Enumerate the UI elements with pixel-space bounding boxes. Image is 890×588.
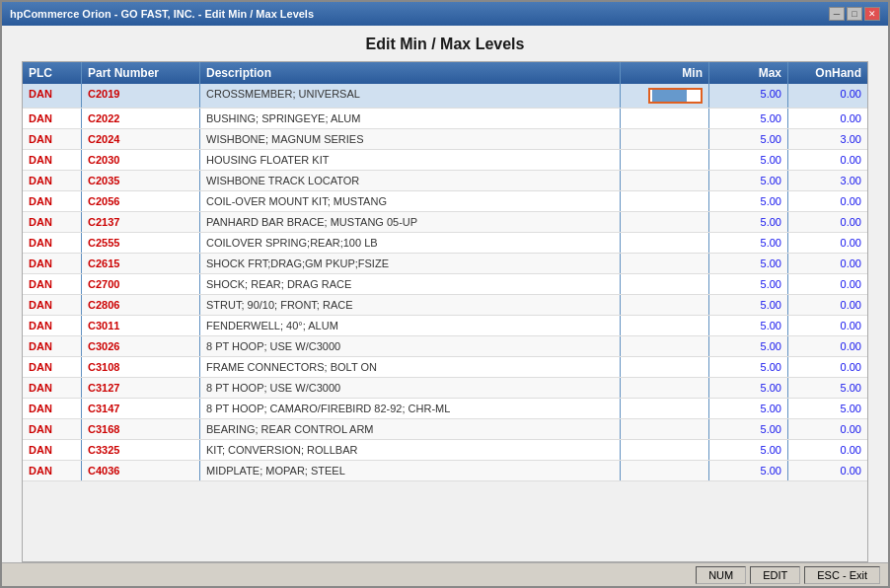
cell-desc: FENDERWELL; 40°; ALUM	[200, 316, 621, 335]
cell-partnum: C3026	[82, 336, 200, 356]
cell-min[interactable]	[621, 84, 709, 108]
table-row[interactable]: DANC2035WISHBONE TRACK LOCATOR5.003.00	[23, 171, 867, 191]
col-header-min: Min	[621, 62, 709, 84]
cell-max: 5.00	[709, 419, 788, 439]
status-num: NUM	[696, 566, 746, 584]
cell-min	[621, 440, 709, 460]
table-row[interactable]: DANC3011FENDERWELL; 40°; ALUM5.000.00	[23, 316, 867, 336]
close-button[interactable]: ✕	[864, 7, 880, 21]
cell-min	[621, 357, 709, 377]
table-row[interactable]: DANC3325KIT; CONVERSION; ROLLBAR5.000.00	[23, 440, 867, 461]
cell-max: 5.00	[709, 316, 788, 335]
cell-partnum: C2137	[82, 212, 200, 232]
cell-plc: DAN	[23, 274, 82, 294]
status-esc[interactable]: ESC - Exit	[804, 566, 880, 584]
main-window: hpCommerce Orion - GO FAST, INC. - Edit …	[0, 0, 890, 588]
cell-onhand: 0.00	[788, 274, 867, 294]
table-row[interactable]: DANC31478 PT HOOP; CAMARO/FIREBIRD 82-92…	[23, 399, 867, 419]
table-row[interactable]: DANC2056COIL-OVER MOUNT KIT; MUSTANG5.00…	[23, 191, 867, 212]
cell-partnum: C4036	[82, 461, 200, 480]
minimize-button[interactable]: ─	[829, 7, 845, 21]
cell-max: 5.00	[709, 440, 788, 460]
cell-partnum: C3011	[82, 316, 200, 335]
cell-desc: WISHBONE TRACK LOCATOR	[200, 171, 621, 190]
cell-partnum: C3108	[82, 357, 200, 377]
cell-min	[621, 336, 709, 356]
col-header-max: Max	[709, 62, 788, 84]
table-row[interactable]: DANC3168BEARING; REAR CONTROL ARM5.000.0…	[23, 419, 867, 440]
table-row[interactable]: DANC2806STRUT; 90/10; FRONT; RACE5.000.0…	[23, 295, 867, 316]
col-header-desc: Description	[200, 62, 621, 84]
table-row[interactable]: DANC3108FRAME CONNECTORS; BOLT ON5.000.0…	[23, 357, 867, 378]
title-bar: hpCommerce Orion - GO FAST, INC. - Edit …	[2, 2, 888, 26]
cell-partnum: C3127	[82, 378, 200, 398]
cell-plc: DAN	[23, 233, 82, 253]
cell-max: 5.00	[709, 129, 788, 149]
col-header-partnum: Part Number	[82, 62, 200, 84]
cell-partnum: C3147	[82, 399, 200, 418]
cell-max: 5.00	[709, 171, 788, 190]
cell-plc: DAN	[23, 109, 82, 128]
cell-max: 5.00	[709, 399, 788, 418]
table-row[interactable]: DANC2019CROSSMEMBER; UNIVERSAL5.000.00	[23, 84, 867, 109]
cell-min	[621, 150, 709, 170]
table-row[interactable]: DANC2555COILOVER SPRING;REAR;100 LB5.000…	[23, 233, 867, 254]
table-row[interactable]: DANC2030HOUSING FLOATER KIT5.000.00	[23, 150, 867, 171]
cell-min	[621, 129, 709, 149]
cell-plc: DAN	[23, 171, 82, 190]
cell-max: 5.00	[709, 212, 788, 232]
cell-partnum: C2022	[82, 109, 200, 128]
table-row[interactable]: DANC4036MIDPLATE; MOPAR; STEEL5.000.00	[23, 461, 867, 481]
cell-plc: DAN	[23, 84, 82, 108]
cell-desc: 8 PT HOOP; USE W/C3000	[200, 336, 621, 356]
cell-partnum: C2030	[82, 150, 200, 170]
cell-onhand: 0.00	[788, 316, 867, 335]
cell-min	[621, 295, 709, 315]
title-bar-controls: ─ □ ✕	[829, 7, 880, 21]
cell-max: 5.00	[709, 336, 788, 356]
cell-min	[621, 274, 709, 294]
table-row[interactable]: DANC2022BUSHING; SPRINGEYE; ALUM5.000.00	[23, 109, 867, 129]
table-row[interactable]: DANC31278 PT HOOP; USE W/C30005.005.00	[23, 378, 867, 399]
maximize-button[interactable]: □	[847, 7, 862, 21]
cell-min	[621, 461, 709, 480]
cell-plc: DAN	[23, 336, 82, 356]
cell-max: 5.00	[709, 254, 788, 273]
cell-min	[621, 171, 709, 190]
table-row[interactable]: DANC2700SHOCK; REAR; DRAG RACE5.000.00	[23, 274, 867, 295]
table-header: PLC Part Number Description Min Max OnHa…	[23, 62, 867, 84]
cell-plc: DAN	[23, 378, 82, 398]
table-body[interactable]: DANC2019CROSSMEMBER; UNIVERSAL5.000.00DA…	[23, 84, 867, 561]
status-edit: EDIT	[750, 566, 800, 584]
table-row[interactable]: DANC2024WISHBONE; MAGNUM SERIES5.003.00	[23, 129, 867, 150]
cell-onhand: 0.00	[788, 295, 867, 315]
table-row[interactable]: DANC2137PANHARD BAR BRACE; MUSTANG 05-UP…	[23, 212, 867, 233]
cell-onhand: 0.00	[788, 336, 867, 356]
cell-desc: COILOVER SPRING;REAR;100 LB	[200, 233, 621, 253]
cell-min	[621, 419, 709, 439]
cell-desc: SHOCK FRT;DRAG;GM PKUP;FSIZE	[200, 254, 621, 273]
cell-onhand: 0.00	[788, 233, 867, 253]
cell-plc: DAN	[23, 129, 82, 149]
cell-onhand: 0.00	[788, 440, 867, 460]
cell-min	[621, 191, 709, 211]
cell-onhand: 0.00	[788, 84, 867, 108]
cell-partnum: C2555	[82, 233, 200, 253]
cell-plc: DAN	[23, 295, 82, 315]
cell-onhand: 0.00	[788, 461, 867, 480]
cell-max: 5.00	[709, 109, 788, 128]
cell-plc: DAN	[23, 212, 82, 232]
cell-onhand: 0.00	[788, 109, 867, 128]
cell-desc: 8 PT HOOP; CAMARO/FIREBIRD 82-92; CHR-ML	[200, 399, 621, 418]
table-row[interactable]: DANC2615SHOCK FRT;DRAG;GM PKUP;FSIZE5.00…	[23, 254, 867, 274]
col-header-onhand: OnHand	[788, 62, 867, 84]
cell-max: 5.00	[709, 461, 788, 480]
table-row[interactable]: DANC30268 PT HOOP; USE W/C30005.000.00	[23, 336, 867, 357]
cell-max: 5.00	[709, 233, 788, 253]
cell-partnum: C2019	[82, 84, 200, 108]
cell-desc: BEARING; REAR CONTROL ARM	[200, 419, 621, 439]
cell-max: 5.00	[709, 357, 788, 377]
cell-max: 5.00	[709, 295, 788, 315]
cell-onhand: 0.00	[788, 254, 867, 273]
cell-desc: WISHBONE; MAGNUM SERIES	[200, 129, 621, 149]
